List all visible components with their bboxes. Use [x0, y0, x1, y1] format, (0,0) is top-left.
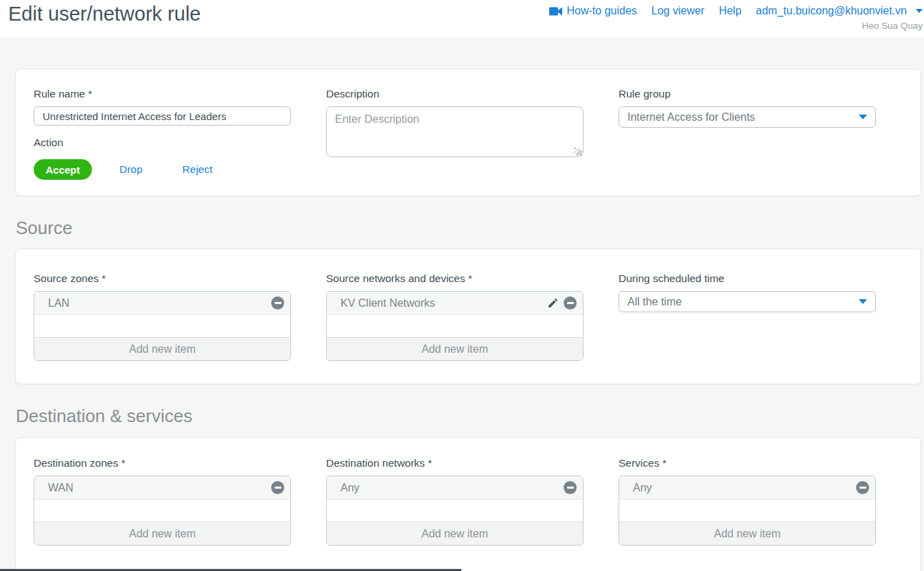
- source-zones-field-group: Source zones * LAN Add new item: [34, 272, 291, 361]
- schedule-select[interactable]: All the time: [619, 291, 876, 312]
- list-item[interactable]: Any: [619, 476, 875, 500]
- video-camera-icon: [549, 7, 562, 16]
- log-viewer-link[interactable]: Log viewer: [651, 5, 704, 17]
- list-item-label: LAN: [48, 297, 271, 310]
- list-item-label: KV Client Networks: [340, 297, 547, 310]
- action-label: Action: [34, 137, 291, 149]
- destination-zones-list: WAN Add new item: [34, 476, 291, 546]
- account-subtitle: Heo Sua Quay: [862, 21, 923, 31]
- remove-item-icon[interactable]: [564, 481, 577, 494]
- rule-group-field-group: Rule group Internet Access for Clients: [619, 88, 876, 180]
- caret-down-icon: [859, 115, 867, 119]
- action-reject-button[interactable]: Reject: [183, 163, 213, 176]
- schedule-value: All the time: [627, 296, 859, 308]
- source-networks-list: KV Client Networks Add new item: [326, 291, 584, 361]
- section-heading-source: Source: [16, 218, 924, 239]
- rule-group-label: Rule group: [619, 88, 876, 100]
- list-empty-area: [34, 315, 290, 337]
- services-list: Any Add new item: [619, 476, 876, 546]
- destination-card: Destination zones * WAN Add new item Des…: [15, 437, 921, 571]
- list-item-label: Any: [340, 482, 564, 494]
- list-empty-area: [327, 500, 583, 522]
- list-item[interactable]: WAN: [34, 476, 290, 500]
- services-label: Services *: [619, 457, 876, 469]
- remove-item-icon[interactable]: [271, 481, 284, 494]
- top-bar: Edit user/network rule How-to guides Log…: [0, 0, 924, 38]
- account-menu[interactable]: adm_tu.buicong@khuonviet.vn: [756, 5, 923, 17]
- rule-name-input[interactable]: [34, 106, 291, 126]
- list-empty-area: [619, 500, 875, 522]
- list-item-label: WAN: [48, 482, 271, 494]
- account-name: adm_tu.buicong@khuonviet.vn: [756, 5, 907, 17]
- description-label: Description: [326, 88, 584, 100]
- action-accept-button[interactable]: Accept: [34, 159, 92, 180]
- add-new-item-button[interactable]: Add new item: [327, 337, 583, 360]
- list-item[interactable]: Any: [327, 476, 583, 500]
- action-drop-button[interactable]: Drop: [119, 163, 143, 176]
- list-item[interactable]: LAN: [34, 292, 290, 315]
- edit-item-icon[interactable]: [547, 297, 559, 309]
- add-new-item-button[interactable]: Add new item: [619, 522, 875, 545]
- add-new-item-button[interactable]: Add new item: [34, 337, 290, 360]
- schedule-field-group: During scheduled time All the time: [619, 272, 876, 361]
- help-link[interactable]: Help: [719, 5, 741, 17]
- main-content: Rule name * Action Accept Drop Reject De…: [0, 69, 924, 571]
- list-empty-area: [327, 315, 583, 337]
- action-button-group: Accept Drop Reject: [34, 159, 291, 180]
- schedule-label: During scheduled time: [619, 272, 876, 285]
- general-settings-card: Rule name * Action Accept Drop Reject De…: [15, 69, 921, 196]
- destination-zones-label: Destination zones *: [34, 457, 291, 469]
- rule-group-select[interactable]: Internet Access for Clients: [619, 106, 876, 128]
- remove-item-icon[interactable]: [564, 296, 577, 310]
- caret-down-icon: [859, 299, 867, 304]
- howto-guides-link[interactable]: How-to guides: [549, 5, 637, 17]
- source-card: Source zones * LAN Add new item Source n…: [15, 248, 921, 384]
- destination-networks-field-group: Destination networks * Any Add new item: [326, 457, 584, 546]
- description-textarea[interactable]: [326, 106, 584, 157]
- chevron-down-icon: [916, 9, 923, 13]
- remove-item-icon[interactable]: [271, 296, 284, 310]
- list-item[interactable]: KV Client Networks: [327, 292, 583, 315]
- list-empty-area: [34, 500, 290, 522]
- section-heading-destination: Destination & services: [16, 406, 924, 427]
- destination-networks-list: Any Add new item: [326, 476, 584, 546]
- list-item-label: Any: [633, 482, 856, 494]
- page-title: Edit user/network rule: [8, 3, 200, 25]
- services-field-group: Services * Any Add new item: [619, 457, 876, 546]
- destination-zones-field-group: Destination zones * WAN Add new item: [34, 457, 291, 546]
- rule-name-label: Rule name *: [34, 88, 291, 100]
- add-new-item-button[interactable]: Add new item: [34, 522, 290, 545]
- description-field-group: Description: [326, 88, 584, 180]
- source-networks-label: Source networks and devices *: [326, 272, 584, 285]
- source-networks-field-group: Source networks and devices * KV Client …: [326, 272, 584, 361]
- rule-name-field-group: Rule name * Action Accept Drop Reject: [34, 88, 291, 180]
- add-new-item-button[interactable]: Add new item: [327, 522, 583, 545]
- source-zones-label: Source zones *: [34, 272, 291, 285]
- top-nav: How-to guides Log viewer Help adm_tu.bui…: [549, 5, 923, 17]
- remove-item-icon[interactable]: [856, 481, 869, 494]
- howto-guides-label: How-to guides: [567, 5, 637, 17]
- rule-group-value: Internet Access for Clients: [627, 111, 859, 124]
- destination-networks-label: Destination networks *: [326, 457, 584, 469]
- source-zones-list: LAN Add new item: [34, 291, 291, 361]
